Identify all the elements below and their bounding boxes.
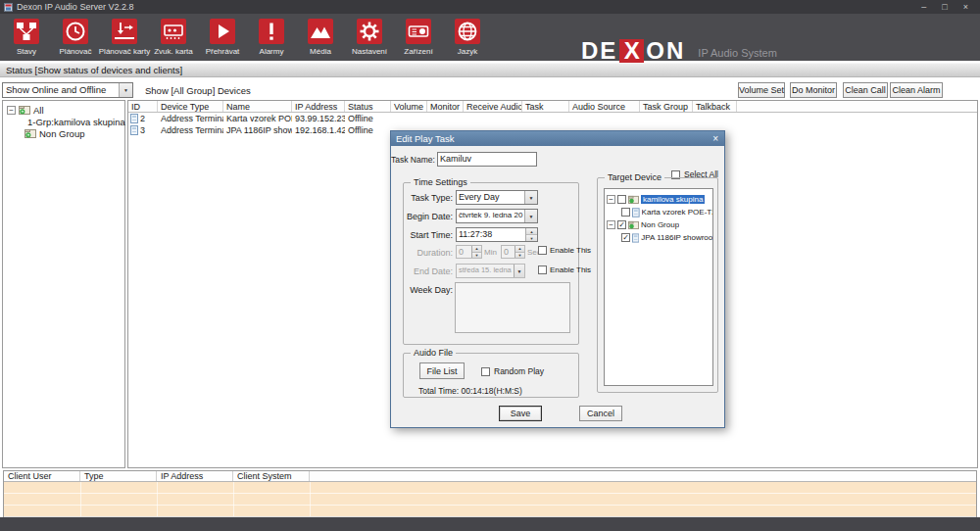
file-list-button[interactable]: File List (419, 362, 465, 379)
random-play-label: Random Play (494, 366, 544, 376)
column-header-client-user[interactable]: Client User (4, 471, 80, 481)
checkbox-icon[interactable]: ✓ (617, 220, 626, 229)
target-tree-item-kamilova-skupina[interactable]: − kamilova skupina (605, 193, 712, 206)
column-divider (80, 482, 81, 516)
save-button[interactable]: Save (499, 406, 542, 421)
toolbar-button-media[interactable]: Média (296, 14, 345, 56)
toolbar-button-alarmy[interactable]: Alarmy (247, 14, 296, 56)
minimize-button[interactable]: – (921, 0, 926, 14)
begin-date-dropdown[interactable]: čtvrtek 9. ledna 20 ▼ (456, 209, 538, 223)
column-header-device-type[interactable]: Device Type (158, 101, 223, 112)
random-play-checkbox[interactable]: Random Play (481, 366, 544, 376)
column-header-client-type[interactable]: Type (80, 471, 157, 481)
group-folder-icon (24, 128, 36, 138)
main-toolbar: Stavy Plánovač Plánovač karty Zvuk. kart… (0, 14, 980, 61)
sound-card-icon (161, 19, 186, 44)
device-name-cell: JPA 1186IP showroom (223, 125, 292, 135)
column-header-monitor[interactable]: Monitor (427, 101, 464, 112)
chevron-down-icon[interactable]: ▼ (119, 83, 132, 97)
collapse-icon[interactable]: − (607, 195, 615, 204)
task-type-label: Task Type: (404, 193, 453, 203)
toolbar-button-prehravat[interactable]: Přehrávat (198, 14, 247, 56)
online-filter-dropdown[interactable]: Show Online and Offline ▼ (2, 82, 133, 98)
card-scheduler-icon (112, 19, 137, 44)
tree-item-all[interactable]: − All (3, 104, 124, 116)
tree-item-kamilova-skupina[interactable]: 1-Grp:kamilova skupina (24, 116, 124, 127)
column-header-status[interactable]: Status (345, 101, 391, 112)
begin-date-label: Begin Date: (404, 212, 453, 221)
target-tree-item-jpa-1186ip[interactable]: ✓ JPA 1186IP showroom (605, 231, 712, 244)
toolbar-button-jazyk[interactable]: Jazyk (443, 14, 492, 56)
task-name-input[interactable]: Kamiluv (437, 152, 537, 167)
column-header-volume[interactable]: Volume (391, 101, 427, 112)
start-time-spinner[interactable]: 11:27:38 ▲▼ (456, 227, 538, 242)
toolbar-label: Média (310, 47, 331, 56)
toolbar-button-zvuk-karta[interactable]: Zvuk. karta (149, 14, 198, 56)
week-day-label: Week Day: (404, 285, 453, 295)
client-row-empty (4, 482, 976, 494)
column-divider (310, 482, 311, 516)
volume-set-button[interactable]: Volume Set (738, 82, 785, 98)
close-button[interactable]: × (963, 0, 968, 14)
device-status-cell: Offline (345, 114, 391, 123)
tree-item-non-group[interactable]: Non Group (24, 127, 124, 139)
group-folder-icon (19, 105, 30, 115)
window-title: Dexon IP Audio Server V2.2.8 (17, 2, 133, 12)
column-header-name[interactable]: Name (223, 101, 292, 112)
toolbar-button-planovac[interactable]: Plánovač (51, 14, 100, 56)
enable-duration-checkbox[interactable]: Enable This (538, 246, 591, 255)
target-tree-item-karta-vzorek[interactable]: Karta vzorek POE-T2 (605, 206, 712, 218)
tree-item-label: Non Group (39, 128, 84, 139)
week-day-listbox[interactable] (455, 282, 570, 333)
device-name-cell: Karta vzorek POE-T2 (223, 114, 292, 123)
spinner-up-icon[interactable]: ▲ (526, 228, 537, 235)
target-tree-item-non-group[interactable]: − ✓ Non Group (605, 218, 712, 231)
checkbox-icon[interactable]: ✓ (621, 233, 630, 242)
toolbar-label: Jazyk (458, 47, 477, 56)
online-filter-value: Show Online and Offline (3, 83, 119, 97)
do-monitor-button[interactable]: Do Monitor (790, 82, 837, 98)
toolbar-button-stavy[interactable]: Stavy (2, 14, 51, 56)
clean-call-button[interactable]: Clean Call (843, 82, 888, 98)
tree-item-label: 1-Grp:kamilova skupina (27, 117, 125, 127)
client-table-header: Client User Type IP Address Client Syste… (4, 471, 976, 482)
chevron-down-icon[interactable]: ▼ (524, 191, 537, 204)
column-header-talkback[interactable]: Talkback (693, 101, 737, 112)
column-header-client-ip[interactable]: IP Address (157, 471, 233, 481)
column-header-audio-source[interactable]: Audio Source (569, 101, 640, 112)
toolbar-button-nastaveni[interactable]: Nastavení (345, 14, 394, 56)
maximize-button[interactable]: □ (942, 0, 947, 14)
checkbox-icon[interactable] (481, 367, 490, 376)
chevron-down-icon[interactable]: ▼ (524, 210, 537, 222)
checkbox-icon[interactable] (538, 246, 547, 255)
checkbox-icon[interactable] (621, 208, 630, 217)
device-row[interactable]: 2 Address Terminal Karta vzorek POE-T2 9… (128, 113, 977, 124)
checkbox-icon[interactable] (538, 266, 547, 274)
task-type-dropdown[interactable]: Every Day ▼ (456, 190, 538, 205)
column-header-ip-address[interactable]: IP Address (292, 101, 345, 112)
toolbar-button-zarizeni[interactable]: Zařízení (394, 14, 443, 56)
toolbar-label: Zvuk. karta (154, 47, 193, 56)
checkbox-icon[interactable] (617, 195, 626, 204)
cancel-button[interactable]: Cancel (579, 406, 622, 421)
enable-end-date-checkbox[interactable]: Enable This (538, 266, 591, 274)
client-row-empty (4, 506, 976, 517)
collapse-icon[interactable]: − (7, 106, 16, 115)
audio-file-legend: Auido File (411, 348, 456, 358)
column-header-task[interactable]: Task (522, 101, 569, 112)
dialog-close-icon[interactable]: × (712, 131, 718, 146)
spinner-down-icon[interactable]: ▼ (526, 235, 537, 241)
collapse-icon[interactable]: − (607, 220, 615, 229)
column-header-task-group[interactable]: Task Group (640, 101, 693, 112)
toolbar-button-planovac-karty[interactable]: Plánovač karty (100, 14, 149, 56)
audio-file-group: Auido File File List Random Play Total T… (403, 353, 579, 398)
device-type-cell: Address Terminal (158, 114, 223, 123)
column-header-receive-audio[interactable]: Receive Audio (464, 101, 522, 112)
column-header-client-system[interactable]: Client System (233, 471, 310, 481)
device-type-cell: Address Terminal (158, 125, 223, 135)
taskbar-strip (0, 517, 980, 531)
device-status-cell: Offline (345, 125, 391, 135)
clean-alarm-button[interactable]: Clean Alarm (890, 82, 943, 98)
column-header-id[interactable]: ID (128, 101, 158, 112)
play-icon (210, 19, 235, 44)
